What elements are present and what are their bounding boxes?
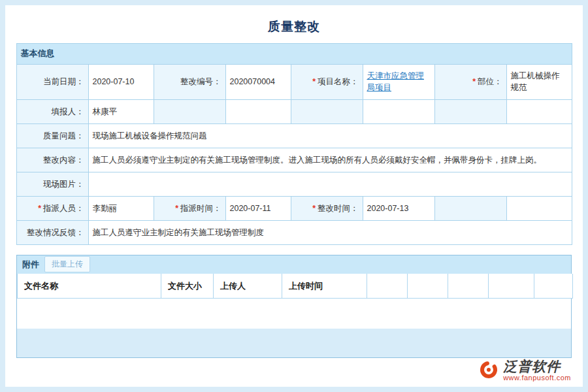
brand-name: 泛普软件 bbox=[503, 359, 571, 374]
attachments-table: 文件名称 文件大小 上传人 上传时间 bbox=[17, 274, 573, 299]
empty-value-cell bbox=[506, 196, 572, 220]
table-row: 质量问题： 现场施工机械设备操作规范问题 bbox=[16, 123, 572, 148]
column-empty bbox=[448, 274, 489, 299]
brand-logo: 泛普软件 www.fanpusoft.com bbox=[478, 359, 571, 382]
empty-label-cell bbox=[154, 99, 225, 123]
value-rectify-code: 2020070004 bbox=[225, 64, 291, 99]
label-reporter: 填报人： bbox=[16, 99, 88, 123]
column-empty bbox=[367, 274, 408, 299]
value-project-name: 天津市应急管理局项目 bbox=[363, 64, 434, 99]
label-part: *部位： bbox=[434, 64, 506, 99]
empty-label-cell bbox=[434, 99, 506, 123]
column-upload-time: 上传时间 bbox=[282, 274, 367, 299]
attachments-title: 附件 bbox=[22, 259, 39, 270]
basic-info-table: 基本信息 当前日期： 2020-07-10 整改编号： 2020070004 *… bbox=[16, 43, 572, 245]
attachments-footer-strip bbox=[17, 329, 571, 357]
required-mark: * bbox=[38, 204, 41, 213]
brand-text: 泛普软件 www.fanpusoft.com bbox=[503, 359, 571, 382]
value-assignee: 李勤丽 bbox=[88, 196, 154, 220]
value-feedback: 施工人员遵守业主制定的有关施工现场管理制度 bbox=[88, 220, 572, 244]
column-empty bbox=[489, 274, 534, 299]
batch-upload-button[interactable]: 批量上传 bbox=[44, 256, 90, 272]
label-feedback: 整改情况反馈： bbox=[16, 220, 88, 244]
required-mark: * bbox=[175, 204, 178, 213]
project-link[interactable]: 天津市应急管理局项目 bbox=[367, 71, 425, 92]
empty-label-cell bbox=[291, 99, 363, 123]
section-header-row: 基本信息 bbox=[16, 44, 572, 65]
label-rectify-time: *整改时间： bbox=[291, 196, 363, 220]
value-reporter: 林康平 bbox=[88, 99, 154, 123]
fanpu-logo-icon bbox=[478, 359, 499, 380]
label-rectify-time-text: 整改时间： bbox=[318, 204, 359, 213]
page-title: 质量整改 bbox=[5, 5, 583, 43]
value-site-photo bbox=[88, 172, 572, 196]
column-empty bbox=[534, 274, 573, 299]
label-site-photo: 现场图片： bbox=[16, 172, 88, 196]
attachments-panel: 附件 批量上传 文件名称 文件大小 上传人 上传时间 bbox=[16, 255, 572, 359]
value-rectify-content: 施工人员必须遵守业主制定的有关施工现场管理制度。进入施工现场的所有人员必须戴好安… bbox=[88, 148, 572, 172]
label-assignee: *指派人员： bbox=[16, 196, 88, 220]
label-quality-issue: 质量问题： bbox=[16, 123, 88, 148]
value-quality-issue: 现场施工机械设备操作规范问题 bbox=[88, 123, 572, 148]
empty-value-cell bbox=[225, 99, 291, 123]
table-row: 填报人： 林康平 bbox=[16, 99, 572, 123]
table-row: 现场图片： bbox=[16, 172, 572, 196]
column-file-size: 文件大小 bbox=[161, 274, 214, 299]
required-mark: * bbox=[472, 77, 476, 86]
column-empty bbox=[408, 274, 448, 299]
label-rectify-code: 整改编号： bbox=[154, 64, 225, 99]
value-current-date: 2020-07-10 bbox=[88, 64, 154, 99]
label-rectify-content: 整改内容： bbox=[16, 148, 88, 172]
empty-value-cell bbox=[506, 99, 572, 123]
label-assign-time: *指派时间： bbox=[154, 196, 225, 220]
table-row: *指派人员： 李勤丽 *指派时间： 2020-07-11 *整改时间： 2020… bbox=[16, 196, 572, 220]
label-project-name-text: 项目名称： bbox=[318, 77, 359, 86]
required-mark: * bbox=[312, 77, 316, 86]
content-panel: 质量整改 基本信息 当前日期： 2020-07-10 整改编号： 2020070… bbox=[5, 5, 583, 387]
required-mark: * bbox=[312, 204, 316, 213]
table-row: 当前日期： 2020-07-10 整改编号： 2020070004 *项目名称：… bbox=[16, 64, 572, 99]
column-file-name: 文件名称 bbox=[18, 274, 161, 299]
empty-value-cell bbox=[363, 99, 434, 123]
brand-url: www.fanpusoft.com bbox=[503, 374, 571, 382]
label-project-name: *项目名称： bbox=[291, 64, 363, 99]
value-assign-time: 2020-07-11 bbox=[225, 196, 291, 220]
label-current-date: 当前日期： bbox=[16, 64, 88, 99]
attachments-header: 附件 批量上传 bbox=[17, 255, 571, 274]
table-row: 整改情况反馈： 施工人员遵守业主制定的有关施工现场管理制度 bbox=[16, 220, 572, 244]
label-assignee-text: 指派人员： bbox=[43, 204, 84, 213]
label-part-text: 部位： bbox=[478, 77, 502, 86]
value-part: 施工机械操作规范 bbox=[506, 64, 572, 99]
attachments-header-row: 文件名称 文件大小 上传人 上传时间 bbox=[18, 274, 573, 299]
label-assign-time-text: 指派时间： bbox=[180, 204, 221, 213]
empty-label-cell bbox=[434, 196, 506, 220]
table-row: 整改内容： 施工人员必须遵守业主制定的有关施工现场管理制度。进入施工现场的所有人… bbox=[16, 148, 572, 172]
attachments-empty-area bbox=[17, 299, 571, 329]
column-uploader: 上传人 bbox=[214, 274, 282, 299]
value-rectify-time: 2020-07-13 bbox=[363, 196, 434, 220]
section-header-basic-info: 基本信息 bbox=[16, 44, 572, 65]
